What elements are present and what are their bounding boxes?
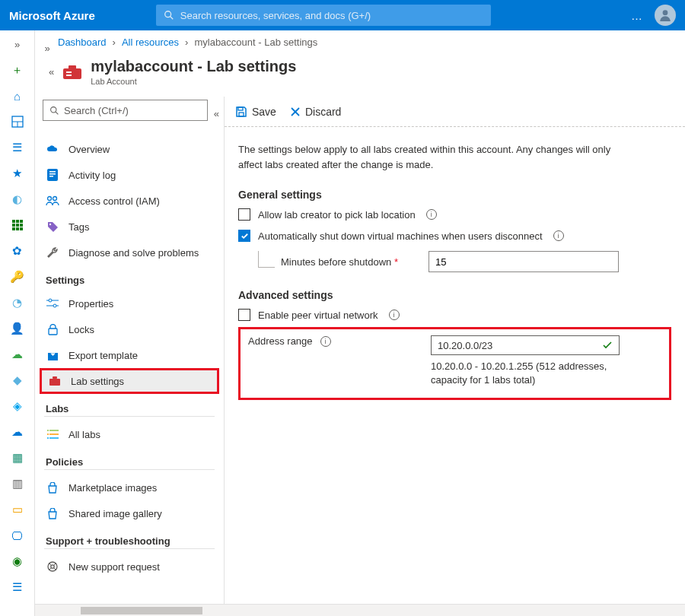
menu-access-control[interactable]: Access control (IAM) — [40, 188, 219, 214]
svg-rect-32 — [49, 329, 57, 335]
svg-rect-9 — [12, 224, 15, 227]
info-icon[interactable]: i — [426, 209, 437, 220]
global-search[interactable]: Search resources, services, and docs (G+… — [156, 5, 491, 26]
horizontal-scrollbar[interactable] — [35, 604, 685, 616]
rail-item-12[interactable]: ▥ — [10, 476, 25, 491]
menu-lab-settings[interactable]: Lab settings — [40, 368, 219, 394]
address-range-input[interactable]: 10.20.0.0/23 — [431, 335, 620, 355]
more-menu[interactable]: … — [631, 9, 644, 22]
breadcrumb-all-resources[interactable]: All resources — [122, 37, 179, 48]
svg-rect-21 — [47, 169, 58, 181]
svg-rect-48 — [238, 107, 243, 110]
lab-account-icon — [62, 64, 83, 81]
menu-search-placeholder: Search (Ctrl+/) — [64, 105, 129, 116]
sliders-icon — [46, 297, 59, 310]
svg-point-31 — [53, 304, 56, 307]
rail-create[interactable]: ＋ — [10, 62, 25, 78]
chevron-right-icon: › — [185, 37, 188, 48]
breadcrumb-dashboard[interactable]: Dashboard — [58, 37, 107, 48]
rail-item-16[interactable]: ☰ — [10, 579, 25, 595]
info-icon[interactable]: i — [553, 230, 564, 241]
rail-item-13[interactable]: ▭ — [10, 502, 25, 517]
rail-item-9[interactable]: ◈ — [10, 398, 25, 414]
global-search-placeholder: Search resources, services, and docs (G+… — [180, 10, 371, 21]
resource-subtitle: Lab Account — [91, 77, 296, 86]
svg-point-40 — [47, 433, 49, 435]
rail-item-1[interactable]: ◐ — [10, 192, 25, 207]
check-icon — [602, 340, 613, 351]
info-icon[interactable]: i — [389, 310, 400, 320]
menu-overview[interactable]: Overview — [40, 136, 219, 162]
checkbox-auto-shutdown[interactable] — [238, 230, 250, 242]
menu-shared-image-gallery[interactable]: Shared image gallery — [40, 500, 219, 526]
menu-group-settings: Settings — [40, 265, 219, 291]
account-avatar[interactable] — [655, 5, 676, 26]
cloud-icon — [46, 142, 59, 156]
svg-line-1 — [170, 17, 174, 20]
svg-rect-22 — [49, 171, 56, 173]
svg-point-25 — [48, 197, 52, 201]
person-icon — [658, 8, 672, 22]
rail-item-2[interactable] — [10, 218, 25, 233]
rail-home[interactable]: ⌂ — [10, 88, 25, 103]
checkbox-pick-location[interactable] — [238, 208, 250, 221]
breadcrumb: Dashboard › All resources › mylabaccount… — [35, 30, 685, 53]
label-pick-location: Allow lab creator to pick lab location — [258, 209, 416, 221]
search-icon — [49, 106, 59, 116]
divider — [44, 548, 215, 549]
rail-item-5[interactable]: ◔ — [10, 295, 25, 310]
info-icon[interactable]: i — [320, 336, 331, 347]
rail-item-8[interactable]: ◆ — [10, 373, 25, 388]
menu-marketplace-images[interactable]: Marketplace images — [40, 475, 219, 500]
resource-menu: Search (Ctrl+/) « Overview Activity log — [35, 97, 224, 604]
svg-point-2 — [663, 10, 668, 15]
svg-rect-35 — [53, 376, 57, 379]
menu-all-labs[interactable]: All labs — [40, 421, 219, 447]
close-icon — [290, 106, 301, 117]
svg-point-27 — [49, 223, 50, 224]
svg-rect-16 — [68, 65, 76, 69]
lock-icon — [46, 322, 59, 336]
connector-line — [258, 251, 275, 268]
menu-search[interactable]: Search (Ctrl+/) — [43, 100, 208, 121]
menu-locks[interactable]: Locks — [40, 316, 219, 342]
rail-expand[interactable]: » — [10, 37, 25, 52]
menu-collapse[interactable]: « — [214, 108, 219, 119]
menu-properties[interactable]: Properties — [40, 291, 219, 316]
menu-activity-log[interactable]: Activity log — [40, 162, 219, 188]
rail-item-10[interactable]: ☁ — [10, 424, 25, 440]
chevron-right-icon: › — [113, 37, 116, 48]
menu-new-support-request[interactable]: New support request — [40, 554, 219, 579]
menu-export-template[interactable]: Export template — [40, 342, 219, 368]
checkbox-enable-peer[interactable] — [238, 309, 250, 321]
rail-item-14[interactable]: 🖵 — [10, 528, 25, 543]
collapse-blade[interactable]: « — [49, 66, 54, 78]
rail-item-6[interactable]: 👤 — [10, 321, 25, 336]
svg-rect-15 — [63, 68, 81, 79]
rail-list[interactable]: ☰ — [10, 140, 25, 155]
rail-favorite[interactable]: ★ — [10, 166, 25, 181]
svg-rect-10 — [16, 224, 19, 227]
svg-rect-23 — [49, 173, 56, 175]
rail-item-3[interactable]: ✿ — [10, 243, 25, 259]
rail-item-7[interactable]: ☁ — [10, 347, 25, 362]
label-enable-peer: Enable peer virtual network — [258, 310, 378, 321]
minutes-input[interactable] — [429, 251, 619, 272]
scrollbar-thumb[interactable] — [81, 607, 202, 614]
address-range-description: 10.20.0.0 - 10.20.1.255 (512 addresses, … — [431, 360, 629, 387]
discard-button[interactable]: Discard — [290, 106, 341, 118]
divider — [44, 416, 215, 417]
svg-rect-14 — [20, 227, 23, 230]
brand: Microsoft Azure — [9, 9, 95, 22]
svg-rect-18 — [66, 75, 72, 76]
save-button[interactable]: Save — [235, 106, 276, 118]
divider — [44, 469, 215, 470]
menu-tags[interactable]: Tags — [40, 214, 219, 240]
column-expand[interactable]: » — [44, 43, 49, 54]
menu-diagnose[interactable]: Diagnose and solve problems — [40, 240, 219, 265]
rail-dashboard[interactable] — [10, 114, 25, 129]
save-icon — [235, 106, 247, 118]
rail-item-4[interactable]: 🔑 — [10, 269, 25, 284]
rail-item-11[interactable]: ▦ — [10, 450, 25, 465]
rail-item-15[interactable]: ◉ — [10, 554, 25, 569]
